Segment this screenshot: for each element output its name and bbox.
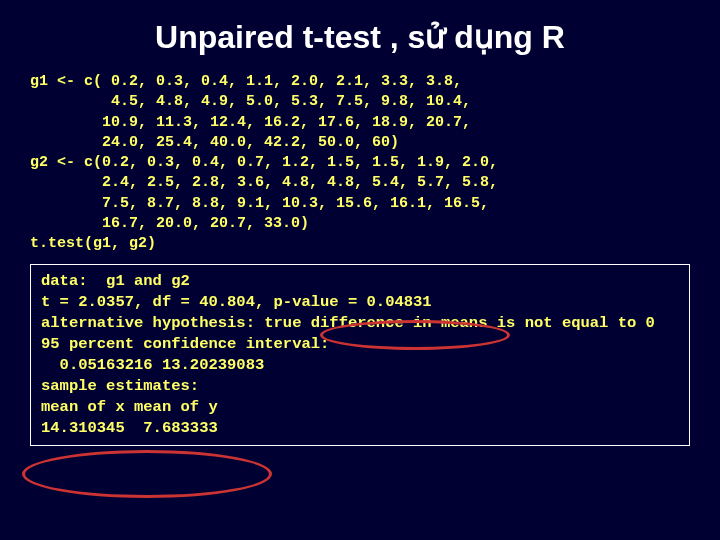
r-code-block: g1 <- c( 0.2, 0.3, 0.4, 1.1, 2.0, 2.1, 3… xyxy=(0,72,720,254)
r-output-box: data: g1 and g2 t = 2.0357, df = 40.804,… xyxy=(30,264,690,445)
slide-title: Unpaired t-test , sử dụng R xyxy=(0,0,720,72)
means-highlight-ellipse xyxy=(22,450,272,498)
